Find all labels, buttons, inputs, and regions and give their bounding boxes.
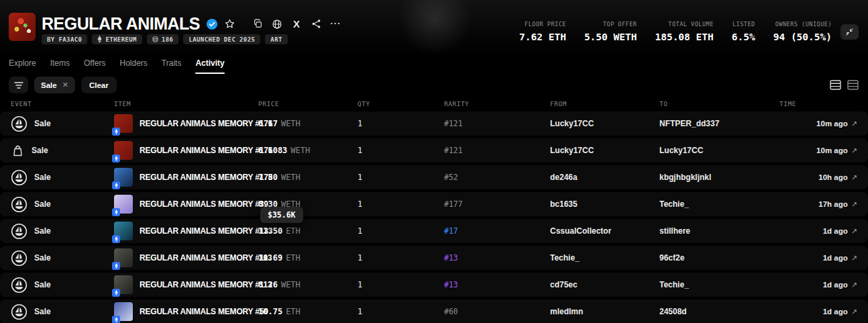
external-link-icon[interactable]: ↗ bbox=[851, 281, 857, 289]
collection-badge[interactable]: ART bbox=[265, 34, 287, 44]
stat-label: TOTAL VOLUME bbox=[655, 21, 713, 28]
time-cell[interactable]: 1d ago ↗ bbox=[823, 281, 857, 289]
table-row[interactable]: Sale REGULAR ANIMALS MEMORY #113 10.69ET… bbox=[0, 246, 868, 270]
to-account[interactable]: kbgjhbgkljnkl bbox=[659, 173, 779, 182]
time-cell[interactable]: 1d ago ↗ bbox=[823, 254, 857, 263]
to-account[interactable]: 24508d bbox=[659, 307, 779, 316]
item-thumbnail[interactable] bbox=[114, 195, 133, 214]
ethereum-chain-badge-icon bbox=[112, 181, 120, 189]
event-label: Sale bbox=[34, 280, 51, 289]
column-header[interactable]: TIME bbox=[779, 100, 857, 107]
tab[interactable]: Activity bbox=[195, 58, 224, 74]
item-name[interactable]: REGULAR ANIMALS MEMORY #176 bbox=[140, 146, 272, 155]
copy-icon[interactable] bbox=[252, 19, 263, 30]
website-globe-icon[interactable] bbox=[272, 19, 282, 30]
from-account[interactable]: cd75ec bbox=[550, 280, 659, 289]
to-account[interactable]: Lucky17CC bbox=[659, 146, 779, 155]
filter-button[interactable] bbox=[9, 77, 28, 93]
time-cell[interactable]: 1d ago ↗ bbox=[823, 227, 857, 236]
ethereum-chain-badge-icon bbox=[112, 208, 120, 216]
activity-table: Sale REGULAR ANIMALS MEMORY #176 6.17WET… bbox=[0, 111, 868, 323]
tab[interactable]: Items bbox=[50, 58, 70, 74]
table-row[interactable]: Sale REGULAR ANIMALS MEMORY #133 11.50ET… bbox=[0, 219, 868, 243]
watchlist-star-icon[interactable] bbox=[224, 18, 235, 30]
column-header[interactable]: FROM bbox=[550, 100, 659, 107]
list-view-compact-icon[interactable] bbox=[829, 79, 841, 90]
time-cell[interactable]: 10h ago ↗ bbox=[818, 173, 857, 182]
to-account[interactable]: 96cf2e bbox=[659, 253, 779, 263]
item-thumbnail[interactable] bbox=[114, 248, 133, 267]
collection-badge[interactable]: 186 bbox=[147, 34, 178, 44]
table-row[interactable]: Sale REGULAR ANIMALS MEMORY #50 10.75ETH… bbox=[0, 299, 868, 323]
item-thumbnail[interactable] bbox=[114, 114, 133, 133]
more-options-icon[interactable]: ⋯ bbox=[330, 19, 341, 30]
collection-badge[interactable]: LAUNCHED DEC 2025 bbox=[183, 34, 260, 44]
ethereum-chain-badge-icon bbox=[112, 262, 120, 270]
clear-filters-button[interactable]: Clear bbox=[81, 77, 117, 93]
item-thumbnail[interactable] bbox=[114, 275, 133, 294]
event-label: Sale bbox=[34, 199, 51, 209]
collapse-stats-button[interactable] bbox=[840, 24, 859, 40]
time-cell[interactable]: 10m ago ↗ bbox=[816, 146, 857, 155]
table-row[interactable]: Sale REGULAR ANIMALS MEMORY #39 8.30WETH… bbox=[0, 192, 868, 216]
x-twitter-icon[interactable]: X bbox=[291, 19, 302, 30]
collection-badge[interactable]: ETHEREUM bbox=[92, 34, 142, 44]
item-thumbnail[interactable] bbox=[114, 141, 133, 160]
column-header[interactable]: TO bbox=[659, 100, 779, 107]
filter-chip-sale[interactable]: Sale ✕ bbox=[34, 77, 75, 93]
item-thumbnail[interactable] bbox=[114, 222, 133, 240]
time-cell[interactable]: 10m ago ↗ bbox=[816, 120, 857, 128]
price-value: 6.1083 bbox=[258, 146, 287, 155]
item-name[interactable]: REGULAR ANIMALS MEMORY #50 bbox=[140, 307, 268, 316]
collection-logo[interactable] bbox=[9, 13, 36, 41]
list-view-cozy-icon[interactable] bbox=[847, 79, 859, 90]
tab[interactable]: Explore bbox=[9, 58, 36, 74]
from-account[interactable]: Techie_ bbox=[550, 253, 659, 263]
external-link-icon[interactable]: ↗ bbox=[851, 308, 857, 316]
item-thumbnail[interactable] bbox=[114, 168, 133, 187]
from-account[interactable]: Lucky17CC bbox=[550, 119, 659, 128]
table-row[interactable]: Sale REGULAR ANIMALS MEMORY #176 6.1083W… bbox=[0, 138, 868, 163]
to-account[interactable]: Techie_ bbox=[659, 280, 779, 289]
to-account[interactable]: NFTPER_dd337 bbox=[659, 119, 779, 128]
external-link-icon[interactable]: ↗ bbox=[851, 227, 857, 236]
external-link-icon[interactable]: ↗ bbox=[851, 254, 857, 263]
column-header[interactable]: QTY bbox=[358, 100, 444, 107]
item-name[interactable]: REGULAR ANIMALS MEMORY #133 bbox=[140, 226, 272, 236]
from-account[interactable]: bc1635 bbox=[550, 199, 659, 209]
from-account[interactable]: mledlmn bbox=[550, 307, 659, 316]
column-header[interactable]: ITEM bbox=[114, 100, 258, 107]
item-name[interactable]: REGULAR ANIMALS MEMORY #113 bbox=[140, 280, 272, 289]
tab[interactable]: Offers bbox=[84, 58, 105, 74]
tab[interactable]: Traits bbox=[162, 58, 182, 74]
item-thumbnail[interactable] bbox=[114, 302, 133, 321]
collection-badge[interactable]: BY FA3AC0 bbox=[42, 34, 87, 44]
close-icon[interactable]: ✕ bbox=[62, 81, 68, 89]
item-name[interactable]: REGULAR ANIMALS MEMORY #178 bbox=[140, 173, 272, 182]
quantity: 1 bbox=[358, 226, 444, 236]
column-header[interactable]: EVENT bbox=[11, 100, 114, 107]
share-icon[interactable] bbox=[311, 19, 321, 30]
item-name[interactable]: REGULAR ANIMALS MEMORY #39 bbox=[140, 199, 268, 209]
external-link-icon[interactable]: ↗ bbox=[851, 173, 857, 182]
to-account[interactable]: stillhere bbox=[659, 226, 779, 236]
column-header[interactable]: RARITY bbox=[444, 100, 550, 107]
stat-label: TOP OFFER bbox=[584, 21, 637, 28]
time-cell[interactable]: 17h ago ↗ bbox=[818, 200, 857, 209]
to-account[interactable]: Techie_ bbox=[659, 199, 779, 209]
table-row[interactable]: Sale REGULAR ANIMALS MEMORY #178 7.50WET… bbox=[0, 165, 868, 189]
external-link-icon[interactable]: ↗ bbox=[851, 200, 857, 209]
tab[interactable]: Holders bbox=[120, 58, 148, 74]
external-link-icon[interactable]: ↗ bbox=[851, 120, 857, 128]
from-account[interactable]: CssualCollector bbox=[550, 226, 659, 236]
table-row[interactable]: Sale REGULAR ANIMALS MEMORY #176 6.17WET… bbox=[0, 111, 868, 136]
from-account[interactable]: Lucky17CC bbox=[550, 146, 659, 155]
usd-price-tooltip: $35.6K bbox=[260, 207, 303, 223]
column-header[interactable]: PRICE bbox=[258, 100, 358, 107]
item-name[interactable]: REGULAR ANIMALS MEMORY #113 bbox=[140, 253, 272, 263]
external-link-icon[interactable]: ↗ bbox=[851, 146, 857, 155]
time-cell[interactable]: 1d ago ↗ bbox=[823, 308, 857, 316]
from-account[interactable]: de246a bbox=[550, 173, 659, 182]
item-name[interactable]: REGULAR ANIMALS MEMORY #176 bbox=[140, 119, 272, 128]
table-row[interactable]: Sale REGULAR ANIMALS MEMORY #113 8.26WET… bbox=[0, 273, 868, 297]
